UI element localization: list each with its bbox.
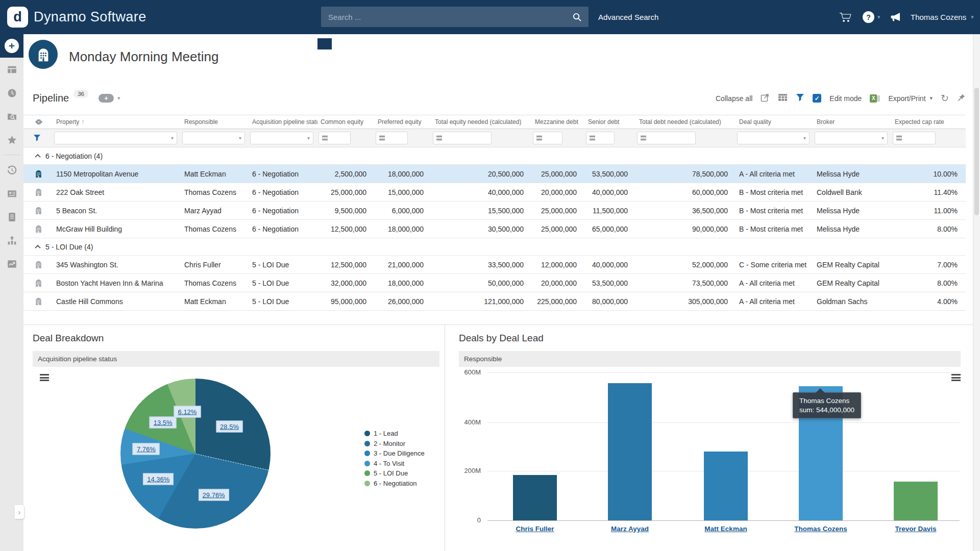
pie-slice-label[interactable]: 29.76%: [199, 489, 229, 500]
sidebar-item-charts[interactable]: [0, 252, 23, 276]
column-header-senior-debt[interactable]: Senior debt: [585, 118, 636, 126]
edit-mode-label[interactable]: Edit mode: [829, 94, 862, 103]
filter-select[interactable]: ▾: [815, 132, 888, 144]
bar-trevor-davis[interactable]: [894, 482, 938, 520]
bar-category-label[interactable]: Matt Eckman: [682, 525, 769, 533]
column-header-acquisition-pipeline-status[interactable]: Acquisition pipeline status: [249, 118, 317, 126]
sidebar-item-documents[interactable]: [0, 205, 23, 229]
collapse-group-icon[interactable]: [35, 244, 40, 250]
bar-category-label[interactable]: Chris Fuller: [492, 525, 578, 533]
column-header-total-equity-needed-calculated[interactable]: Total equity needed (calculated): [432, 118, 532, 126]
sidebar-item-history[interactable]: [0, 158, 23, 182]
export-print-button[interactable]: Export/Print: [888, 94, 925, 103]
refresh-icon[interactable]: ↻: [941, 93, 949, 103]
pie-slice-label[interactable]: 7.76%: [133, 443, 160, 455]
bar-tooltip: Thomas Cozens sum: 544,000,000: [793, 392, 861, 418]
filter-menu[interactable]: [893, 132, 936, 144]
vertical-scrollbar[interactable]: [973, 34, 980, 551]
help-menu[interactable]: ▾: [863, 0, 880, 34]
sidebar-item-reports[interactable]: [0, 229, 23, 252]
column-header-deal-quality[interactable]: Deal quality: [736, 118, 814, 126]
pie-slice-label[interactable]: 13.5%: [150, 417, 177, 429]
bar-category-label[interactable]: Trevor Davis: [872, 525, 959, 533]
legend-item[interactable]: 6 - Negotiation: [364, 480, 425, 487]
add-record-button[interactable]: +: [99, 94, 114, 103]
column-header-responsible[interactable]: Responsible: [181, 118, 249, 126]
pie-slice-label[interactable]: 6.12%: [174, 406, 201, 417]
filter-menu[interactable]: [376, 132, 408, 144]
legend-item[interactable]: 1 - Lead: [364, 430, 425, 437]
pie-slice-label[interactable]: 28.5%: [216, 420, 243, 432]
legend-item[interactable]: 2 - Monitor: [364, 440, 425, 447]
filter-icon[interactable]: [796, 93, 804, 104]
edit-mode-checkbox[interactable]: [813, 94, 821, 103]
bar-category-label[interactable]: Marz Ayyad: [586, 525, 673, 533]
sidebar-item-recent[interactable]: [0, 81, 23, 105]
line-chart-icon: [7, 259, 17, 269]
table-row[interactable]: 5 Beacon St.Marz Ayyad6 - Negotiation9,5…: [23, 202, 966, 220]
global-search[interactable]: [321, 7, 589, 27]
group-row[interactable]: 6 - Negotiation (4): [23, 147, 966, 165]
bar-category-label[interactable]: Thomas Cozens: [777, 525, 864, 533]
search-dropdown-artifact: [317, 38, 332, 49]
chart-menu-icon[interactable]: [951, 374, 961, 383]
filter-menu[interactable]: [533, 132, 562, 144]
group-row[interactable]: 5 - LOI Due (4): [23, 238, 966, 256]
collapse-group-icon[interactable]: [35, 154, 40, 159]
sidebar-item-search-folder[interactable]: [0, 105, 23, 128]
filter-menu[interactable]: [318, 132, 351, 144]
sidebar-item-dashboard[interactable]: [0, 58, 23, 81]
search-input[interactable]: [321, 7, 565, 27]
user-menu[interactable]: Thomas Cozens ▾: [911, 0, 974, 34]
sidebar-item-add[interactable]: +: [0, 34, 23, 58]
advanced-search-link[interactable]: Advanced Search: [598, 0, 658, 34]
chart-menu-icon[interactable]: [40, 374, 49, 383]
chevron-down-icon[interactable]: ▾: [117, 95, 120, 102]
dynamo-logo[interactable]: d: [7, 7, 28, 28]
collapse-all-button[interactable]: Collapse all: [716, 94, 752, 103]
filter-select[interactable]: ▾: [54, 132, 177, 144]
deal-breakdown-subtitle: Acquisition pipeline status: [33, 351, 439, 367]
announcements-icon[interactable]: [890, 0, 901, 34]
column-header-pin[interactable]: [23, 119, 53, 124]
scrollbar-thumb[interactable]: [974, 88, 979, 215]
search-icon[interactable]: [565, 7, 589, 27]
filter-menu[interactable]: [586, 132, 615, 144]
bar-matt-eckman[interactable]: [704, 452, 748, 520]
filter-menu[interactable]: [433, 132, 492, 144]
filter-select[interactable]: ▾: [250, 132, 313, 144]
sidebar-item-favorites[interactable]: [0, 128, 23, 152]
table-row[interactable]: 222 Oak StreetThomas Cozens6 - Negotiati…: [23, 183, 966, 202]
filter-select[interactable]: ▾: [737, 132, 810, 144]
table-row[interactable]: Boston Yacht Haven Inn & MarinaThomas Co…: [23, 274, 966, 292]
filter-row-funnel[interactable]: [23, 129, 53, 147]
pie[interactable]: 28.5%29.76%14.36%7.76%13.5%6.12%: [120, 379, 271, 529]
table-row[interactable]: 345 Washington St.Chris Fuller5 - LOI Du…: [23, 256, 966, 274]
legend-item[interactable]: 4 - To Visit: [364, 460, 425, 467]
legend-item[interactable]: 5 - LOI Due: [364, 469, 425, 477]
table-row[interactable]: Castle Hill CommonsMatt Eckman5 - LOI Du…: [23, 292, 966, 311]
sidebar-expand-handle[interactable]: ›: [15, 505, 24, 519]
legend-item[interactable]: 3 - Due Diligence: [364, 449, 425, 457]
filter-menu[interactable]: [637, 132, 696, 144]
filter-select[interactable]: ▾: [182, 132, 245, 144]
table-row[interactable]: 1150 Metropolitan AvenueMatt Eckman6 - N…: [23, 165, 966, 183]
column-header-total-debt-needed-calculated[interactable]: Total debt needed (calculated): [636, 118, 736, 126]
column-header-expected-cap-rate[interactable]: Expected cap rate: [892, 118, 966, 126]
sidebar-item-contacts[interactable]: [0, 182, 23, 205]
expand-view-icon[interactable]: [761, 93, 770, 104]
column-header-broker[interactable]: Broker: [814, 118, 892, 126]
cart-icon[interactable]: [840, 0, 851, 34]
bar-marz-ayyad[interactable]: [608, 383, 652, 520]
table-row[interactable]: McGraw Hill BuildingThomas Cozens6 - Neg…: [23, 220, 966, 238]
chevron-down-icon[interactable]: ▾: [930, 95, 933, 102]
column-header-preferred-equity[interactable]: Preferred equity: [375, 118, 432, 126]
column-header-property[interactable]: Property↑: [53, 118, 181, 126]
grid-view-icon[interactable]: [778, 93, 788, 103]
column-header-mezzanine-debt[interactable]: Mezzanine debt: [532, 118, 585, 126]
add-icon: +: [5, 39, 19, 53]
pie-slice-label[interactable]: 14.36%: [143, 473, 174, 485]
column-header-common-equity[interactable]: Common equity: [317, 118, 375, 126]
bar-chris-fuller[interactable]: [513, 475, 557, 520]
unpin-icon[interactable]: [957, 93, 966, 104]
